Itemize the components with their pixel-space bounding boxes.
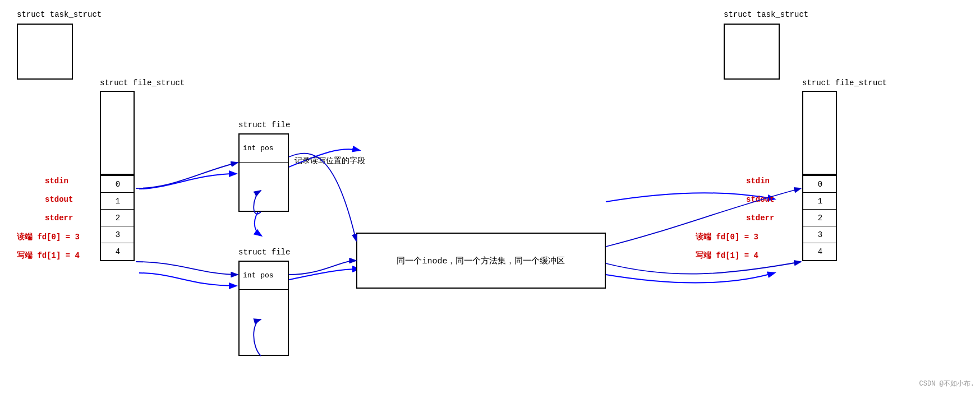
struct-file-top-empty [240,163,288,213]
right-read-label: 读端 fd[0] = 3 [696,232,758,242]
right-task-struct-box [724,24,780,80]
left-file-struct-label: struct file_struct [100,78,185,87]
struct-file-bottom-label: struct file [238,248,290,257]
struct-file-bottom-empty [240,290,288,357]
left-fd-row-4: 4 [101,243,135,260]
right-fd-row-3: 3 [803,226,837,243]
struct-file-bottom-box: int pos [238,261,289,356]
struct-file-top-box: int pos [238,133,289,212]
right-file-struct-label: struct file_struct [802,78,887,87]
right-stdout-label: stdout [746,195,774,204]
pipe-box-text: 同一个inode，同一个方法集，同一个缓冲区 [397,256,565,266]
left-read-label: 读端 fd[0] = 3 [17,232,80,242]
right-stderr-label: stderr [746,214,774,223]
left-task-struct-label: struct task_struct [17,10,102,19]
right-file-struct-top [802,91,837,175]
left-fd-table: 0 1 2 3 4 [100,175,135,261]
watermark: CSDN @不如小布. [919,379,974,388]
left-write-label: 写端 fd[1] = 4 [17,251,80,261]
left-fd-row-3: 3 [101,226,135,243]
left-stdin-label: stdin [45,177,68,186]
right-fd-row-2: 2 [803,210,837,226]
right-fd-row-4: 4 [803,243,837,260]
left-fd-row-2: 2 [101,210,135,226]
left-stderr-label: stderr [45,214,73,223]
right-write-label: 写端 fd[1] = 4 [696,251,758,261]
right-fd-table: 0 1 2 3 4 [802,175,837,261]
struct-file-top-label: struct file [238,120,290,129]
struct-file-top-annotation: 记录读写位置的字段 [295,156,365,166]
left-fd-row-0: 0 [101,176,135,193]
left-task-struct-box [17,24,73,80]
diagram: struct task_struct struct file_struct 0 … [0,0,980,394]
right-fd-row-1: 1 [803,193,837,210]
pipe-box: 同一个inode，同一个方法集，同一个缓冲区 [356,233,606,289]
right-task-struct-label: struct task_struct [724,10,808,19]
left-fd-row-1: 1 [101,193,135,210]
struct-file-bottom-intpos: int pos [240,262,288,290]
struct-file-top-intpos: int pos [240,135,288,163]
left-stdout-label: stdout [45,195,73,204]
right-fd-row-0: 0 [803,176,837,193]
right-stdin-label: stdin [746,177,770,186]
left-file-struct-top [100,91,135,175]
